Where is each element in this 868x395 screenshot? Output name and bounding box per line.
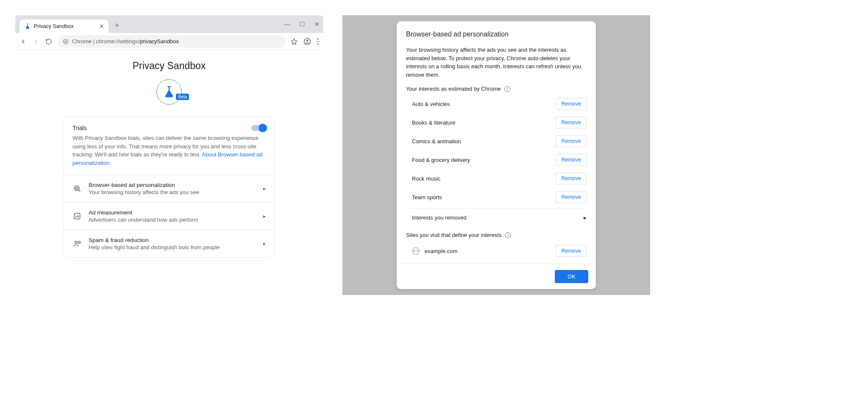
site-row: example.com Remove [406,241,587,259]
dialog-title: Browser-based ad personalization [406,31,587,38]
interest-label: Books & literature [412,120,456,126]
svg-point-1 [65,41,67,42]
remove-button[interactable]: Remove [556,245,587,257]
svg-point-10 [75,241,77,243]
ok-button[interactable]: OK [555,270,588,283]
interest-label: Comics & animation [412,138,461,145]
flask-icon [25,23,31,29]
back-icon[interactable] [19,38,27,45]
globe-icon [412,247,420,255]
bar-chart-icon [72,211,82,221]
dialog-footer: OK [397,264,596,289]
row-spam-fraud[interactable]: Spam & fraud reduction Help sites fight … [64,230,274,257]
omnibox-path: privacySandbox [139,38,179,45]
chevron-right-icon: ▸ [263,186,266,192]
close-window-icon[interactable]: ✕ [314,21,320,28]
interests-section-label: Your interests as estimated by Chrome i [406,86,587,92]
svg-point-7 [74,186,79,191]
site-settings-icon [63,39,69,45]
svg-point-8 [76,187,78,189]
svg-point-6 [317,43,318,45]
info-icon[interactable]: i [505,232,511,238]
hero-badge: Beta [156,79,182,105]
removed-interests-row[interactable]: Interests you removed ▸ [406,208,587,227]
interest-label: Food & grocery delivery [412,157,470,163]
chevron-right-icon: ▸ [263,241,266,247]
omnibox-prefix: Chrome | chrome://settings/ [72,38,139,45]
interest-row: Auto & vehicles Remove [406,95,587,113]
tabstrip: Privacy Sandbox ✕ + — ☐ ✕ [15,15,323,33]
svg-point-3 [306,39,309,42]
trials-toggle[interactable] [251,125,266,131]
interest-label: Auto & vehicles [412,101,450,107]
close-tab-icon[interactable]: ✕ [99,23,104,30]
interest-row: Rock music Remove [406,169,587,188]
tab-title: Privacy Sandbox [34,23,74,29]
row-title: Spam & fraud reduction [89,237,256,243]
trials-description: With Privacy Sandbox trials, sites can d… [72,134,266,167]
ad-personalization-dialog: Browser-based ad personalization Your br… [397,21,596,289]
bot-person-icon [72,239,82,248]
row-ad-personalization[interactable]: Browser-based ad personalization Your br… [64,175,274,202]
row-subtitle: Help sites fight fraud and distinguish b… [89,244,256,250]
remove-button[interactable]: Remove [556,98,587,110]
reload-icon[interactable] [45,38,53,45]
new-tab-button[interactable]: + [111,19,123,31]
info-icon[interactable]: i [504,86,510,92]
interest-row: Comics & animation Remove [406,132,587,150]
star-icon[interactable] [291,38,298,45]
removed-interests-label: Interests you removed [412,214,467,221]
interest-list: Auto & vehicles Remove Books & literatur… [406,95,587,227]
menu-icon[interactable] [317,38,319,45]
chevron-right-icon: ▸ [584,214,587,221]
toolbar-right [291,38,319,45]
target-icon [72,184,82,193]
trials-title: Trials [72,125,87,131]
interests-label-text: Your interests as estimated by Chrome [406,86,501,92]
interest-row: Food & grocery delivery Remove [406,150,587,169]
interest-label: Rock music [412,175,440,182]
browser-tab[interactable]: Privacy Sandbox ✕ [19,19,108,33]
sites-section-label: Sites you visit that define your interes… [406,232,587,238]
site-domain: example.com [425,248,551,254]
dialog-backdrop: Browser-based ad personalization Your br… [342,15,650,295]
omnibox[interactable]: Chrome | chrome://settings/privacySandbo… [58,35,286,48]
row-title: Ad measurement [89,209,256,216]
remove-button[interactable]: Remove [556,154,587,166]
browser-toolbar: Chrome | chrome://settings/privacySandbo… [15,33,323,50]
beta-badge: Beta [176,94,189,100]
profile-icon[interactable] [303,38,311,45]
interest-row: Team sports Remove [406,188,587,206]
remove-button[interactable]: Remove [556,117,587,128]
remove-button[interactable]: Remove [556,172,587,184]
dialog-description: Your browsing history affects the ads yo… [406,46,587,79]
interest-label: Team sports [412,194,442,200]
flask-icon [163,86,175,98]
row-title: Browser-based ad personalization [89,182,256,188]
omnibox-text: Chrome | chrome://settings/privacySandbo… [72,38,179,45]
svg-point-5 [317,41,318,42]
minimize-icon[interactable]: — [284,21,290,28]
remove-button[interactable]: Remove [556,135,587,147]
forward-icon[interactable] [32,38,40,45]
trials-section: Trials With Privacy Sandbox trials, site… [64,117,274,175]
window-controls: — ☐ ✕ [284,15,320,33]
chevron-right-icon: ▸ [263,213,266,219]
row-subtitle: Advertisers can understand how ads perfo… [89,217,256,223]
row-subtitle: Your browsing history affects the ads yo… [89,189,256,195]
sites-label-text: Sites you visit that define your interes… [406,232,501,238]
row-ad-measurement[interactable]: Ad measurement Advertisers can understan… [64,202,274,230]
chrome-window: Privacy Sandbox ✕ + — ☐ ✕ Chrome | chrom… [15,15,323,295]
interest-row: Books & literature Remove [406,113,587,132]
settings-content: Privacy Sandbox Beta Trials With Privacy… [15,50,323,295]
remove-button[interactable]: Remove [556,191,587,203]
svg-rect-11 [78,242,81,243]
settings-card: Trials With Privacy Sandbox trials, site… [64,117,275,258]
svg-point-4 [317,38,318,39]
maximize-icon[interactable]: ☐ [300,21,305,28]
page-title: Privacy Sandbox [133,60,206,72]
